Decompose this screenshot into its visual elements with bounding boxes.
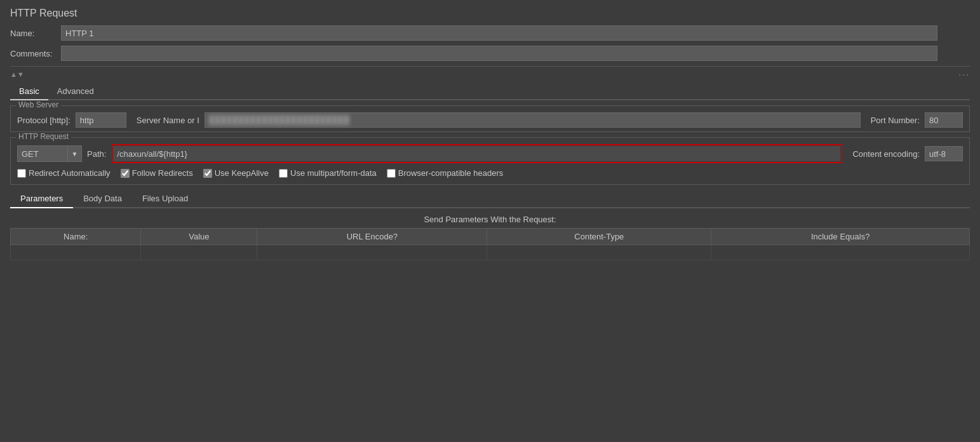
server-name-label: Server Name or I (137, 116, 199, 125)
sub-tab-files-upload[interactable]: Files Upload (132, 190, 198, 208)
web-server-section: Web Server Protocol [http]: Server Name … (10, 105, 970, 132)
cell-url-encode (257, 245, 487, 260)
page-title: HTTP Request (10, 8, 970, 19)
use-multipart-label: Use multipart/form-data (290, 168, 377, 178)
cell-value (141, 245, 257, 260)
redirect-automatically-input[interactable] (17, 169, 26, 178)
follow-redirects-input[interactable] (121, 169, 130, 178)
table-row (11, 245, 970, 260)
browser-compatible-input[interactable] (387, 169, 396, 178)
params-table-section: Send Parameters With the Request: Name: … (10, 208, 970, 260)
name-row: Name: (10, 25, 970, 41)
params-table: Name: Value URL Encode? Content-Type Inc… (10, 228, 970, 260)
web-server-legend: Web Server (16, 100, 61, 109)
col-name: Name: (11, 229, 141, 245)
protocol-input[interactable] (76, 112, 126, 128)
browser-compatible-label: Browser-compatible headers (398, 168, 503, 178)
tab-advanced[interactable]: Advanced (48, 83, 103, 100)
protocol-label: Protocol [http]: (17, 116, 70, 125)
path-input[interactable] (113, 146, 840, 161)
path-input-wrap (111, 144, 842, 163)
send-params-label: Send Parameters With the Request: (10, 208, 970, 228)
web-server-row: Protocol [http]: Server Name or I ██████… (17, 112, 963, 128)
col-include-equals: Include Equals? (711, 229, 970, 245)
follow-redirects-checkbox[interactable]: Follow Redirects (121, 168, 193, 178)
http-request-row: GET POST PUT DELETE HEAD OPTIONS PATCH ▼… (17, 144, 963, 163)
redirect-automatically-label: Redirect Automatically (29, 168, 111, 178)
sub-tab-body-data[interactable]: Body Data (73, 190, 132, 208)
comments-input[interactable] (61, 46, 937, 61)
method-select[interactable]: GET POST PUT DELETE HEAD OPTIONS PATCH (17, 145, 68, 162)
content-encoding-input[interactable] (925, 146, 963, 161)
use-keepalive-input[interactable] (203, 169, 212, 178)
comments-label: Comments: (10, 49, 61, 58)
col-content-type: Content-Type (487, 229, 711, 245)
main-tabs: Basic Advanced (10, 83, 970, 100)
arrows-icon: ▲▼ (10, 70, 24, 78)
name-label: Name: (10, 29, 61, 38)
main-container: HTTP Request Name: Comments: ▲▼ ··· Basi… (0, 0, 980, 268)
redirect-automatically-checkbox[interactable]: Redirect Automatically (17, 168, 111, 178)
dots-icon: ··· (958, 69, 970, 79)
cell-content-type (487, 245, 711, 260)
path-label: Path: (87, 149, 106, 159)
http-request-section: HTTP Request GET POST PUT DELETE HEAD OP… (10, 137, 970, 185)
http-request-legend: HTTP Request (16, 132, 71, 141)
dropdown-arrow-icon: ▼ (72, 151, 78, 157)
sub-tab-parameters[interactable]: Parameters (10, 190, 73, 208)
comments-row: Comments: (10, 46, 970, 61)
use-multipart-checkbox[interactable]: Use multipart/form-data (279, 168, 377, 178)
checkboxes-row: Redirect Automatically Follow Redirects … (17, 168, 963, 178)
method-dropdown-btn[interactable]: ▼ (68, 145, 82, 162)
cell-name (11, 245, 141, 260)
content-encoding-label: Content encoding: (852, 149, 920, 159)
divider-row: ▲▼ ··· (10, 66, 970, 79)
follow-redirects-label: Follow Redirects (132, 168, 193, 178)
tab-basic[interactable]: Basic (10, 83, 48, 100)
browser-compatible-checkbox[interactable]: Browser-compatible headers (387, 168, 503, 178)
method-select-wrap: GET POST PUT DELETE HEAD OPTIONS PATCH ▼ (17, 145, 82, 162)
use-multipart-input[interactable] (279, 169, 288, 178)
port-input[interactable] (925, 112, 963, 128)
server-name-input[interactable]: ████████████████████████ (205, 112, 861, 128)
use-keepalive-label: Use KeepAlive (215, 168, 269, 178)
port-label: Port Number: (871, 116, 920, 125)
col-value: Value (141, 229, 257, 245)
use-keepalive-checkbox[interactable]: Use KeepAlive (203, 168, 269, 178)
cell-include-equals (711, 245, 970, 260)
sub-tabs: Parameters Body Data Files Upload (10, 190, 970, 208)
name-input[interactable] (61, 25, 937, 41)
col-url-encode: URL Encode? (257, 229, 487, 245)
